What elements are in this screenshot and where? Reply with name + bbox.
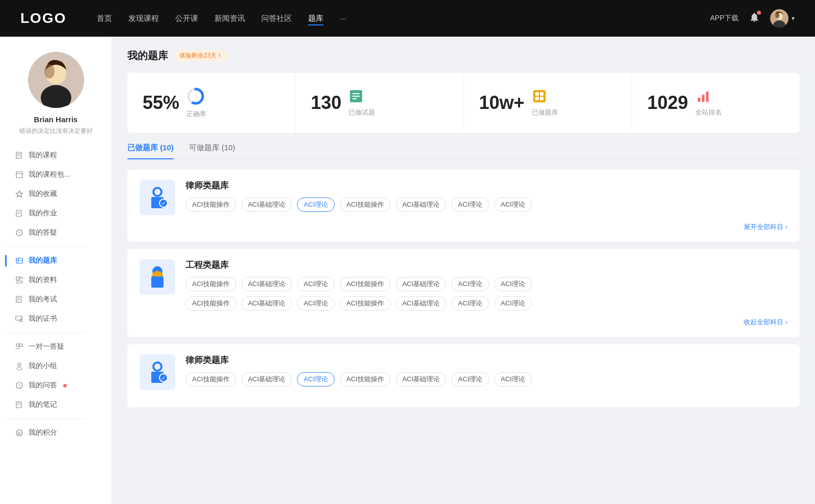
bank-card-header: ✓ 律师类题库 ACI技能操作 ACI基础理论 ACI理论 ACI技能操作 AC… — [140, 180, 787, 215]
tag[interactable]: ACI基础理论 — [396, 277, 447, 291]
tags-row: ACI技能操作 ACI基础理论 ACI理论 ACI技能操作 ACI基础理论 AC… — [185, 372, 787, 386]
tag[interactable]: ACI理论 — [297, 277, 335, 291]
app-download-button[interactable]: APP下载 — [710, 14, 739, 23]
navbar-right: APP下载 ▾ — [710, 9, 795, 27]
sidebar-user-avatar — [28, 52, 84, 108]
stat-done-banks: 10w+ 已做题库 — [464, 73, 632, 133]
tag-active[interactable]: ACI理论 — [297, 198, 335, 212]
sidebar-item-qa[interactable]: ? 我的答疑 — [5, 223, 106, 242]
tag[interactable]: ACI理论 — [494, 198, 532, 212]
notification-dot — [757, 11, 761, 15]
tag-active[interactable]: ACI理论 — [297, 372, 335, 386]
nav-open-course[interactable]: 公开课 — [175, 12, 198, 25]
sidebar-item-materials[interactable]: 我的资料 — [5, 270, 106, 290]
sidebar-item-question-bank[interactable]: 我的题库 — [5, 251, 106, 270]
stat-accuracy-value: 55% — [143, 92, 179, 114]
tag[interactable]: ACI技能操作 — [185, 296, 236, 311]
tag[interactable]: ACI理论 — [451, 296, 489, 311]
user-avatar-area[interactable]: ▾ — [770, 9, 795, 27]
tag[interactable]: ACI技能操作 — [185, 277, 236, 291]
collapse-row: 收起全部科目 › — [140, 318, 787, 327]
tag[interactable]: ACI技能操作 — [185, 372, 236, 386]
tag[interactable]: ACI基础理论 — [396, 198, 447, 212]
expand-row: 展开全部科目 › — [140, 222, 787, 232]
sidebar-item-group[interactable]: 我的小组 — [5, 356, 106, 376]
divider-3 — [5, 418, 86, 419]
tag[interactable]: ACI技能操作 — [340, 198, 391, 212]
main-content: 我的题库 体验剩余23天！ 55% 正确率 — [112, 37, 815, 504]
group-icon — [15, 362, 23, 370]
sidebar-item-notes[interactable]: 我的笔记 — [5, 395, 106, 414]
tag[interactable]: ACI理论 — [451, 198, 489, 212]
sidebar-item-course-package[interactable]: 我的课程包... — [5, 165, 106, 184]
tag[interactable]: ACI技能操作 — [340, 277, 391, 291]
tag[interactable]: ACI基础理论 — [241, 296, 292, 311]
tag[interactable]: ACI理论 — [451, 372, 489, 386]
user-motto: 错误的决定比没有决定要好 — [19, 127, 93, 135]
tag[interactable]: ACI技能操作 — [185, 198, 236, 212]
sidebar-item-certificate[interactable]: 我的证书 — [5, 309, 106, 328]
sidebar-item-favorites[interactable]: 我的收藏 — [5, 184, 106, 204]
nav-qa[interactable]: 问答社区 — [261, 12, 292, 25]
tag[interactable]: ACI基础理论 — [241, 198, 292, 212]
bank-card-engineer: 工程类题库 ACI技能操作 ACI基础理论 ACI理论 ACI技能操作 ACI基… — [127, 249, 800, 337]
svg-marker-13 — [16, 191, 23, 197]
svg-rect-63 — [152, 274, 163, 276]
svg-rect-24 — [16, 281, 22, 283]
stat-done-value: 130 — [311, 92, 341, 114]
sidebar-item-one-on-one[interactable]: 一对一答疑 — [5, 337, 106, 356]
tag[interactable]: ACI理论 — [297, 296, 335, 311]
stat-accuracy-label: 正确率 — [186, 109, 206, 119]
bank-icon — [15, 257, 23, 265]
one-on-one-icon — [15, 343, 23, 351]
sidebar-item-label: 我的证书 — [29, 314, 57, 323]
grid-icon — [532, 89, 547, 106]
sidebar-item-exam[interactable]: 我的考试 — [5, 290, 106, 309]
tag[interactable]: ACI理论 — [494, 372, 532, 386]
tag[interactable]: ACI技能操作 — [340, 296, 391, 311]
tab-done-banks[interactable]: 已做题库 (10) — [127, 143, 174, 159]
svg-rect-22 — [16, 277, 19, 280]
logo: LOGO — [20, 10, 66, 26]
tag[interactable]: ACI基础理论 — [396, 296, 447, 311]
sidebar-item-my-course[interactable]: 我的课程 — [5, 146, 106, 165]
tag[interactable]: ACI理论 — [494, 296, 532, 311]
tag[interactable]: ACI基础理论 — [241, 372, 292, 386]
tag[interactable]: ACI基础理论 — [396, 372, 447, 386]
nav-home[interactable]: 首页 — [97, 12, 112, 25]
stat-rank: 1029 全站排名 — [632, 73, 800, 133]
stat-done-questions: 130 已做试题 — [295, 73, 464, 133]
tag[interactable]: ACI理论 — [451, 277, 489, 291]
svg-rect-49 — [535, 92, 539, 96]
tag[interactable]: ACI理论 — [494, 277, 532, 291]
user-name: Brian Harris — [34, 115, 78, 124]
nav-more[interactable]: ··· — [340, 12, 346, 25]
nav-news[interactable]: 新闻资讯 — [214, 12, 245, 25]
stat-rank-value: 1029 — [647, 92, 688, 114]
sidebar-item-questions[interactable]: ? 我的问答 — [5, 376, 106, 395]
nav-bank[interactable]: 题库 — [308, 12, 323, 25]
expand-button[interactable]: 展开全部科目 › — [744, 222, 787, 232]
sidebar-item-label: 我的积分 — [29, 428, 57, 437]
tabs-row: 已做题库 (10) 可做题库 (10) — [127, 143, 800, 159]
bank-content: 律师类题库 ACI技能操作 ACI基础理论 ACI理论 ACI技能操作 ACI基… — [185, 180, 787, 212]
svg-rect-19 — [16, 258, 22, 263]
bank-name: 律师类题库 — [185, 180, 787, 191]
svg-text:✓: ✓ — [161, 375, 166, 381]
svg-text:?: ? — [18, 231, 20, 236]
tag[interactable]: ACI技能操作 — [340, 372, 391, 386]
tag[interactable]: ACI基础理论 — [241, 277, 292, 291]
nav-discover[interactable]: 发现课程 — [128, 12, 159, 25]
sidebar-item-label: 我的考试 — [29, 295, 57, 304]
sidebar-item-points[interactable]: 积 我的积分 — [5, 423, 106, 442]
notification-bell[interactable] — [749, 12, 760, 25]
bank-name: 工程类题库 — [185, 259, 787, 271]
points-icon: 积 — [15, 429, 23, 437]
bank-card-header: ✓ 律师类题库 ACI技能操作 ACI基础理论 ACI理论 ACI技能操作 AC… — [140, 354, 787, 390]
main-layout: Brian Harris 错误的决定比没有决定要好 我的课程 我的课程包... — [0, 37, 815, 504]
sidebar-item-label: 我的小组 — [29, 361, 57, 371]
sidebar-item-homework[interactable]: 我的作业 — [5, 204, 106, 223]
tab-available-banks[interactable]: 可做题库 (10) — [189, 143, 235, 159]
svg-text:积: 积 — [17, 431, 21, 436]
collapse-button[interactable]: 收起全部科目 › — [744, 318, 787, 327]
